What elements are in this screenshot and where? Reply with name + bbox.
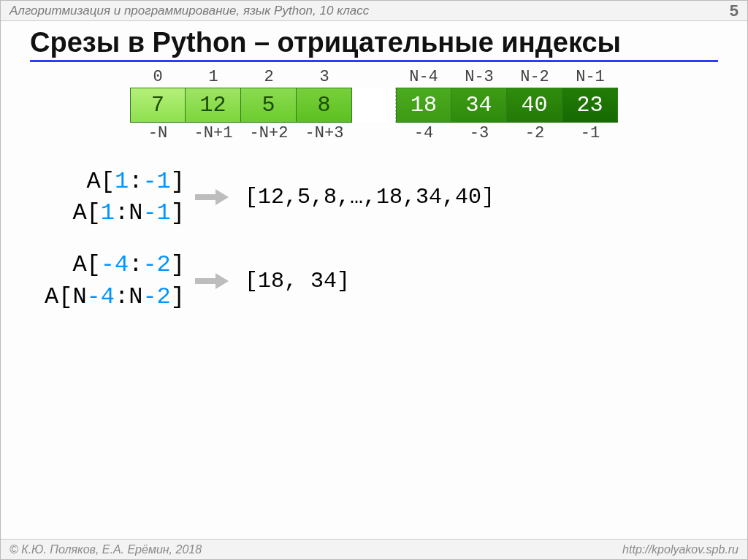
code-frag: -4 <box>87 283 115 310</box>
code-frag: 1 <box>101 199 115 226</box>
example-2: A[-4:-2] A[N-4:N-2] [18, 34] <box>1 249 747 312</box>
array-cell: 12 <box>186 88 241 123</box>
code-frag: ] <box>171 168 185 195</box>
example-1: A[1:-1] A[1:N-1] [12,5,8,…,18,34,40] <box>1 166 747 229</box>
index-bottom-row: -N -N+1 -N+2 -N+3 -4 -3 -2 -1 <box>130 123 618 144</box>
example-2-result: [18, 34] <box>234 269 350 294</box>
idx-bot: -3 <box>451 123 507 144</box>
arrow-icon <box>195 191 230 204</box>
array-cell: 18 <box>396 88 451 123</box>
array-cell: 34 <box>451 88 507 123</box>
array-cell: 7 <box>130 88 186 123</box>
code-frag: ] <box>171 251 185 278</box>
code-frag: A[N <box>45 283 87 310</box>
code-frag: -4 <box>101 251 129 278</box>
array-cell: 5 <box>241 88 297 123</box>
idx-bot: -1 <box>562 123 618 144</box>
array-cell: 8 <box>297 88 352 123</box>
example-1-code: A[1:-1] A[1:N-1] <box>1 166 191 229</box>
code-frag: A[ <box>87 168 115 195</box>
code-frag: ] <box>171 283 185 310</box>
idx-top: N-3 <box>451 66 507 88</box>
idx-top: N-1 <box>562 66 618 88</box>
code-frag: : <box>129 168 142 195</box>
idx-top: 1 <box>186 66 241 88</box>
idx-bot: -N+1 <box>186 123 241 144</box>
idx-top: 0 <box>130 66 186 88</box>
array-cells-row: 7 12 5 8 18 34 40 23 <box>130 88 618 123</box>
code-frag: :N <box>115 199 142 226</box>
code-frag: ] <box>171 199 185 226</box>
idx-bot: -N+3 <box>297 123 352 144</box>
idx-top: N-4 <box>396 66 451 88</box>
code-frag: -2 <box>142 251 170 278</box>
slide-title: Срезы в Python – отрицательные индексы <box>30 27 718 62</box>
code-frag: :N <box>115 283 142 310</box>
examples-block: A[1:-1] A[1:N-1] [12,5,8,…,18,34,40] A[-… <box>1 166 747 312</box>
header-bar: Алгоритмизация и программирование, язык … <box>1 1 747 21</box>
idx-bot: -2 <box>507 123 562 144</box>
array-diagram: 0 1 2 3 N-4 N-3 N-2 N-1 7 12 5 8 18 34 4… <box>1 66 747 144</box>
footer-url: http://kpolyakov.spb.ru <box>622 543 739 556</box>
arrow-icon <box>195 275 230 288</box>
code-frag: A[ <box>72 251 100 278</box>
footer-bar: © К.Ю. Поляков, Е.А. Ерёмин, 2018 http:/… <box>1 539 747 559</box>
ellipsis-gap <box>352 88 396 123</box>
copyright-label: © К.Ю. Поляков, Е.А. Ерёмин, 2018 <box>9 543 202 556</box>
example-1-result: [12,5,8,…,18,34,40] <box>234 185 495 210</box>
ellipsis-gap <box>352 123 396 144</box>
code-frag: -1 <box>142 168 170 195</box>
course-label: Алгоритмизация и программирование, язык … <box>9 4 369 18</box>
idx-top: N-2 <box>507 66 562 88</box>
code-frag: 1 <box>115 168 129 195</box>
array-cell: 23 <box>562 88 618 123</box>
idx-top: 2 <box>241 66 297 88</box>
idx-top: 3 <box>297 66 352 88</box>
array-cell: 40 <box>507 88 562 123</box>
code-frag: -2 <box>142 283 170 310</box>
page-number: 5 <box>730 1 739 20</box>
ellipsis-gap <box>352 66 396 88</box>
example-2-code: A[-4:-2] A[N-4:N-2] <box>1 249 191 312</box>
code-frag: : <box>129 251 142 278</box>
index-top-row: 0 1 2 3 N-4 N-3 N-2 N-1 <box>130 66 618 88</box>
idx-bot: -4 <box>396 123 451 144</box>
code-frag: A[ <box>72 199 100 226</box>
idx-bot: -N+2 <box>241 123 297 144</box>
code-frag: -1 <box>142 199 170 226</box>
idx-bot: -N <box>130 123 186 144</box>
